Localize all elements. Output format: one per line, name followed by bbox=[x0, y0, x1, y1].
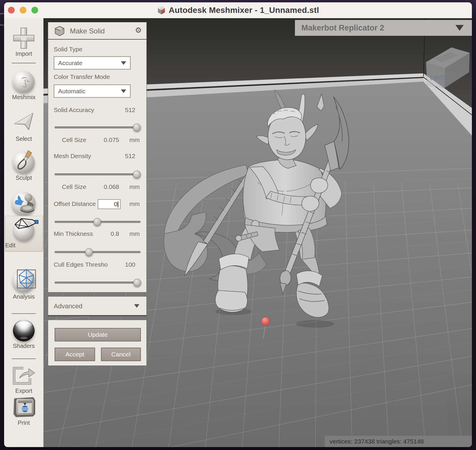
window-title: Autodesk Meshmixer - 1_Unnamed.stl bbox=[169, 6, 319, 15]
toolbar-label: Export bbox=[4, 388, 43, 394]
status-bar: vertices: 237438 triangles: 475148 bbox=[325, 436, 472, 447]
cube-icon bbox=[54, 26, 65, 37]
toolbar-item-import[interactable]: Import bbox=[4, 27, 43, 57]
chevron-down-icon bbox=[134, 304, 139, 308]
minimize-button[interactable] bbox=[20, 7, 26, 13]
cull-edges-value: 100 bbox=[112, 261, 135, 268]
solid-type-value: Accurate bbox=[54, 60, 121, 67]
select-cursor-icon bbox=[12, 111, 35, 134]
color-transfer-dropdown[interactable]: Automatic bbox=[54, 84, 131, 98]
meshmixer-app-icon bbox=[157, 6, 166, 15]
toolbar-item-meshmix[interactable]: Meshmix bbox=[4, 71, 43, 101]
slider-knob[interactable] bbox=[133, 279, 141, 287]
export-icon bbox=[12, 365, 36, 386]
cancel-button[interactable]: Cancel bbox=[101, 348, 141, 361]
mesh-density-value: 512 bbox=[112, 153, 135, 160]
analysis-mesh-icon bbox=[13, 270, 35, 292]
cell-size-label: Cell Size bbox=[62, 183, 86, 190]
cell-size-unit: mm bbox=[125, 136, 140, 143]
meshmixer-window: Autodesk Meshmixer - 1_Unnamed.stl Impor… bbox=[4, 2, 472, 447]
toolbar-divider bbox=[12, 313, 36, 314]
min-thickness-slider[interactable] bbox=[55, 251, 141, 253]
solid-accuracy-value: 512 bbox=[112, 106, 135, 114]
toolbar-item-analysis[interactable]: Analysis bbox=[4, 270, 43, 300]
printer-name: Makerbot Replicator 2 bbox=[295, 23, 455, 33]
edit-wireframe-icon bbox=[14, 220, 34, 241]
solid-type-label: Solid Type bbox=[54, 46, 82, 53]
solid-type-dropdown[interactable]: Accurate bbox=[54, 56, 131, 70]
color-transfer-label: Color Transfer Mode bbox=[54, 73, 110, 80]
zoom-button[interactable] bbox=[31, 7, 38, 13]
update-button[interactable]: Update bbox=[55, 328, 141, 341]
printer-selector-bar[interactable]: Makerbot Replicator 2 bbox=[295, 20, 472, 36]
cell-size-value: 0.068 bbox=[93, 183, 119, 190]
offset-distance-label: Offset Distance bbox=[54, 200, 96, 207]
offset-distance-unit: mm bbox=[125, 200, 140, 207]
make-solid-panel: Make Solid ⚙ Solid Type Accurate Color T… bbox=[48, 22, 147, 292]
toolbar-label: Import bbox=[4, 50, 43, 57]
cell-size-value: 0.075 bbox=[93, 136, 119, 143]
action-buttons-panel: Update Accept Cancel bbox=[48, 320, 147, 366]
title-bar[interactable]: Autodesk Meshmixer - 1_Unnamed.stl bbox=[4, 2, 472, 18]
cell-size-unit: mm bbox=[125, 183, 140, 190]
min-thickness-unit: mm bbox=[125, 230, 140, 237]
toolbar-divider bbox=[12, 358, 36, 359]
viewport-3d[interactable]: TOP FRONT bbox=[43, 18, 472, 447]
text-caret bbox=[118, 202, 118, 207]
meshmix-face-icon bbox=[13, 71, 35, 93]
sculpt-brush-icon bbox=[13, 152, 35, 173]
panel-title: Make Solid bbox=[70, 27, 105, 35]
cell-size-label: Cell Size bbox=[62, 136, 86, 143]
left-boot bbox=[215, 254, 249, 312]
panel-header[interactable]: Make Solid ⚙ bbox=[48, 22, 146, 40]
chevron-down-icon bbox=[121, 89, 126, 93]
offset-distance-input[interactable]: 0 bbox=[98, 199, 121, 209]
toolbar-label: Print bbox=[4, 419, 43, 426]
print-3d-printer-icon bbox=[11, 396, 37, 418]
slider-knob[interactable] bbox=[85, 248, 93, 256]
chevron-down-icon bbox=[121, 61, 126, 65]
toolbar-item-print[interactable]: Print bbox=[4, 396, 43, 426]
toolbar-item-shaders[interactable]: Shaders bbox=[4, 320, 43, 349]
main-toolbar: Import Meshmix bbox=[4, 18, 44, 447]
toolbar-label: Sculpt bbox=[4, 175, 43, 181]
slider-knob[interactable] bbox=[133, 170, 141, 178]
toolbar-label: Edit bbox=[5, 242, 43, 249]
gear-icon[interactable]: ⚙ bbox=[135, 26, 142, 35]
toolbar-item-select[interactable]: Select bbox=[4, 111, 43, 142]
cull-edges-slider[interactable] bbox=[55, 282, 141, 284]
chevron-down-icon[interactable] bbox=[455, 25, 464, 31]
accept-button[interactable]: Accept bbox=[55, 348, 95, 361]
solid-accuracy-label: Solid Accuracy bbox=[54, 106, 94, 114]
offset-distance-slider[interactable] bbox=[55, 221, 141, 223]
advanced-label: Advanced bbox=[54, 302, 82, 310]
min-thickness-value: 0.8 bbox=[93, 230, 119, 237]
toolbar-item-sculpt[interactable]: Sculpt bbox=[4, 152, 43, 181]
stamp-icon bbox=[12, 192, 36, 215]
desktop-background: Autodesk Meshmixer - 1_Unnamed.stl Impor… bbox=[0, 0, 476, 450]
import-plus-icon bbox=[13, 27, 34, 49]
toolbar-label: Analysis bbox=[4, 293, 43, 300]
toolbar-divider bbox=[12, 63, 36, 63]
close-button[interactable] bbox=[8, 7, 15, 13]
slider-knob[interactable] bbox=[133, 124, 141, 131]
cull-edges-label: Cull Edges Thresho bbox=[54, 261, 108, 268]
toolbar-item-export[interactable]: Export bbox=[4, 365, 43, 394]
toolbar-label: Meshmix bbox=[4, 94, 43, 101]
mesh-density-label: Mesh Density bbox=[54, 153, 91, 160]
solid-accuracy-slider[interactable] bbox=[55, 126, 141, 128]
slider-knob[interactable] bbox=[93, 218, 101, 226]
min-thickness-label: Min Thickness bbox=[54, 230, 93, 237]
toolbar-label: Shaders bbox=[4, 343, 43, 349]
toolbar-label: Select bbox=[4, 136, 43, 142]
color-transfer-value: Automatic bbox=[54, 88, 121, 95]
mesh-stats: vertices: 237438 triangles: 475148 bbox=[330, 438, 424, 445]
mesh-density-slider[interactable] bbox=[55, 173, 141, 175]
advanced-panel[interactable]: Advanced bbox=[48, 296, 147, 316]
shaders-sphere-icon bbox=[13, 320, 35, 341]
toolbar-item-edit[interactable]: Edit bbox=[5, 216, 43, 251]
